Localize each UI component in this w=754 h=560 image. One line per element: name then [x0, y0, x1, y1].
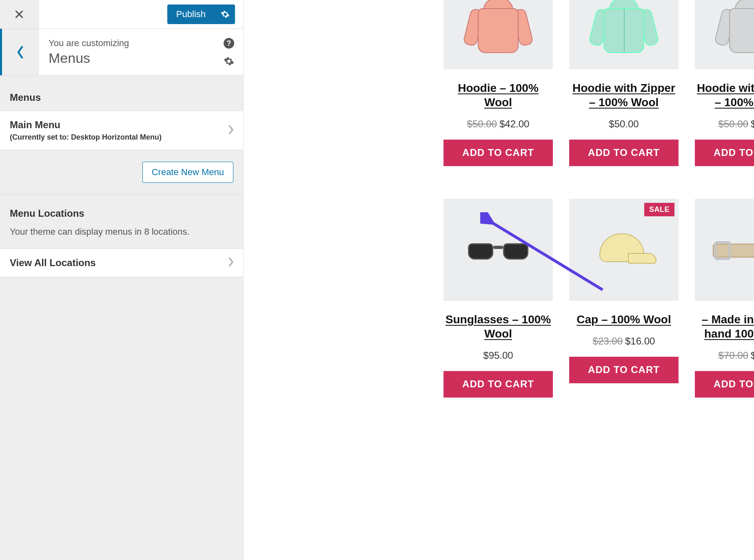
product-current-price: $42.00 — [751, 118, 754, 129]
publish-button[interactable]: Publish — [167, 4, 235, 24]
belt-icon — [713, 236, 754, 264]
customizer-sidebar: Publish You are customizing Menus ? — [0, 0, 244, 560]
create-menu-wrap: Create New Menu — [0, 150, 243, 195]
hoodie-icon — [468, 0, 529, 57]
add-to-cart-button[interactable]: ADD TO CART — [695, 371, 754, 398]
product-title-link[interactable]: Sunglasses – 100% Wool — [444, 312, 553, 341]
product-title-link[interactable]: Hoodie with Pocket – 100% Wool — [695, 81, 754, 109]
preview-pane: Hoodie – 100% Wool $50.00$42.00 ADD TO C… — [244, 0, 754, 560]
sidebar-top-bar: Publish — [0, 0, 243, 29]
menu-locations-label: Menu Locations — [0, 195, 243, 227]
product-row: Sunglasses – 100% Wool $95.00 ADD TO CAR… — [444, 199, 754, 398]
add-to-cart-button[interactable]: ADD TO CART — [569, 357, 679, 383]
gear-icon — [221, 10, 230, 19]
chevron-right-icon — [228, 124, 234, 137]
product-title-link[interactable]: Hoodie – 100% Wool — [444, 81, 553, 109]
add-to-cart-button[interactable]: ADD TO CART — [569, 140, 679, 166]
product-thumbnail[interactable] — [695, 0, 754, 69]
product-title-link[interactable]: Hoodie with Zipper – 100% Wool — [569, 81, 679, 109]
product-old-price: $50.00 — [719, 118, 748, 129]
product-price: $50.00$42.00 — [719, 118, 754, 130]
chevron-right-icon — [228, 256, 234, 269]
gear-icon — [224, 56, 234, 67]
section-title: Menus — [49, 50, 233, 66]
product-price: $70.00$55.00 — [719, 350, 754, 361]
product-grid: Hoodie – 100% Wool $50.00$42.00 ADD TO C… — [444, 0, 754, 398]
product-card: Hoodie with Pocket – 100% Wool $50.00$42… — [695, 0, 754, 166]
product-title-link[interactable]: Cap – 100% Wool — [577, 312, 671, 327]
product-card: Hoodie – 100% Wool $50.00$42.00 ADD TO C… — [444, 0, 553, 166]
product-thumbnail[interactable] — [569, 0, 679, 69]
product-card: Sunglasses – 100% Wool $95.00 ADD TO CAR… — [444, 199, 553, 398]
product-current-price: $95.00 — [483, 350, 513, 361]
product-card: Hoodie with Zipper – 100% Wool $50.00 AD… — [569, 0, 679, 166]
product-current-price: $16.00 — [625, 336, 655, 347]
publish-label: Publish — [167, 9, 215, 20]
hoodie-icon — [719, 0, 754, 57]
product-current-price: $42.00 — [499, 118, 529, 129]
menu-item-title: Main Menu — [10, 119, 233, 131]
product-thumbnail[interactable] — [444, 199, 553, 301]
menu-item-main-menu[interactable]: Main Menu (Currently set to: Desktop Hor… — [0, 111, 243, 150]
back-button[interactable] — [2, 29, 39, 75]
product-price: $50.00 — [609, 118, 639, 130]
product-current-price: $55.00 — [751, 350, 754, 361]
product-old-price: $23.00 — [593, 336, 623, 347]
product-old-price: $70.00 — [719, 350, 748, 361]
cap-icon — [591, 229, 656, 270]
sunglasses-icon — [466, 238, 531, 262]
product-card: – Made in USA by hand 100% Wool $70.00$5… — [695, 199, 754, 398]
product-thumbnail[interactable]: SALE — [569, 199, 679, 301]
product-row: Hoodie – 100% Wool $50.00$42.00 ADD TO C… — [444, 0, 754, 166]
add-to-cart-button[interactable]: ADD TO CART — [695, 140, 754, 166]
product-old-price: $50.00 — [467, 118, 497, 129]
section-header: You are customizing Menus ? — [0, 29, 243, 76]
close-icon — [14, 9, 24, 20]
product-card: SALE Cap – 100% Wool $23.00$16.00 ADD TO… — [569, 199, 679, 398]
publish-settings-button[interactable] — [215, 10, 235, 19]
product-thumbnail[interactable] — [444, 0, 553, 69]
hoodie-icon — [593, 0, 654, 57]
help-button[interactable]: ? — [224, 38, 234, 49]
menu-item-subtitle: (Currently set to: Desktop Horizontal Me… — [10, 133, 233, 142]
publish-area: Publish — [39, 0, 243, 29]
product-price: $50.00$42.00 — [467, 118, 530, 130]
product-current-price: $50.00 — [609, 118, 639, 129]
close-button[interactable] — [0, 0, 39, 29]
chevron-left-icon — [16, 45, 24, 59]
product-price: $95.00 — [483, 350, 513, 361]
add-to-cart-button[interactable]: ADD TO CART — [444, 371, 553, 398]
menus-group-label: Menus — [0, 76, 243, 111]
help-icon: ? — [227, 39, 231, 48]
product-thumbnail[interactable] — [695, 199, 754, 301]
menu-settings-button[interactable] — [224, 56, 234, 68]
sale-badge: SALE — [644, 203, 674, 216]
view-all-locations-label: View All Locations — [10, 257, 233, 269]
create-new-menu-button[interactable]: Create New Menu — [142, 162, 233, 183]
add-to-cart-button[interactable]: ADD TO CART — [444, 140, 553, 166]
menu-locations-desc: Your theme can display menus in 8 locati… — [0, 227, 243, 249]
customizing-label: You are customizing — [49, 38, 233, 49]
product-title-link[interactable]: – Made in USA by hand 100% Wool — [695, 312, 754, 341]
product-price: $23.00$16.00 — [593, 336, 655, 347]
view-all-locations-row[interactable]: View All Locations — [0, 249, 243, 277]
